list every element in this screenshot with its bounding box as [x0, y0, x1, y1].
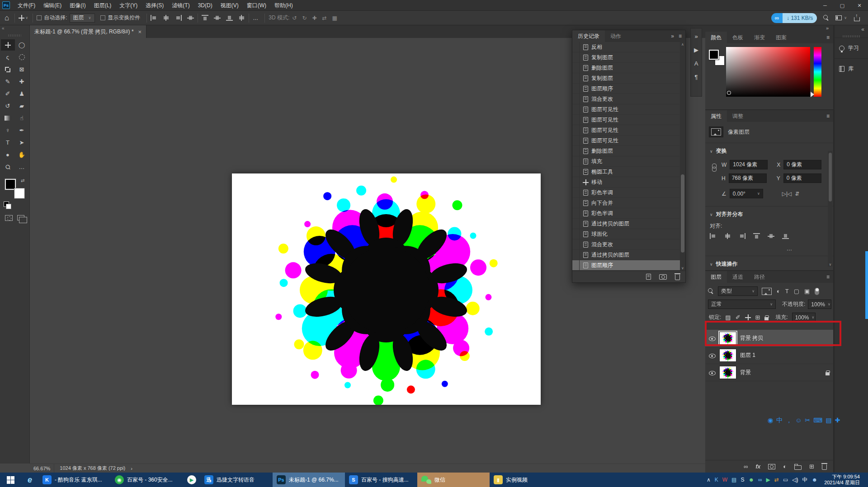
- x-field[interactable]: 0 像素: [783, 160, 821, 169]
- align-section-header[interactable]: ∨ 对齐并分布: [710, 211, 743, 218]
- align-l-icon[interactable]: [710, 233, 717, 239]
- properties-tab-0[interactable]: 属性: [705, 110, 727, 122]
- minimize-button[interactable]: ─: [816, 0, 834, 11]
- properties-tab-1[interactable]: 调整: [727, 110, 749, 122]
- default-colors-icon[interactable]: [4, 201, 13, 209]
- height-field[interactable]: 768 像素: [729, 173, 767, 183]
- sogou-tray[interactable]: S: [741, 477, 744, 483]
- frame-tool[interactable]: ⊠: [15, 64, 29, 75]
- type-filter-icon[interactable]: T: [785, 288, 789, 295]
- color-field-picker[interactable]: [727, 91, 731, 95]
- chevron-down-icon[interactable]: ∨: [25, 16, 28, 20]
- align-c-icon[interactable]: [163, 15, 170, 21]
- link-dimensions-icon[interactable]: [712, 164, 716, 172]
- history-source-column[interactable]: [572, 239, 580, 249]
- tencent-video-tray[interactable]: ▶: [766, 477, 770, 483]
- layer-filter-dropdown[interactable]: 类型∨: [718, 286, 758, 296]
- flip-horizontal-icon[interactable]: ▷|◁: [782, 191, 792, 197]
- history-state[interactable]: 删除图层: [572, 146, 685, 156]
- align-r-icon[interactable]: [175, 15, 182, 21]
- history-state[interactable]: 球面化: [572, 229, 685, 239]
- history-tab-0[interactable]: 历史记录: [572, 30, 605, 42]
- smart-object-filter-icon[interactable]: ▣: [804, 288, 810, 295]
- history-source-column[interactable]: [572, 42, 580, 52]
- ime-icon-5[interactable]: ⌨: [813, 417, 822, 425]
- scrollbar-thumb[interactable]: [681, 174, 684, 252]
- screen-mode-icon[interactable]: [17, 215, 24, 220]
- user-tray[interactable]: ☻: [811, 477, 817, 483]
- smudge-tool[interactable]: ☝: [15, 112, 29, 124]
- history-menu-icon[interactable]: ≡: [679, 33, 682, 39]
- blend-mode-dropdown[interactable]: 正常∨: [708, 300, 776, 309]
- hue-slider[interactable]: [814, 47, 821, 97]
- history-source-column[interactable]: [572, 250, 580, 260]
- history-expand-icon[interactable]: »: [671, 33, 674, 39]
- color-tab-0[interactable]: 颜色: [705, 32, 727, 43]
- ime-icon-3[interactable]: ☺: [795, 417, 802, 425]
- character-panel-icon[interactable]: A: [691, 56, 702, 70]
- document-canvas[interactable]: [232, 173, 541, 405]
- history-source-column[interactable]: [572, 115, 580, 125]
- dodge-tool[interactable]: ♀: [1, 125, 15, 136]
- chevron-down-icon[interactable]: ∨: [844, 16, 847, 20]
- taskbar-app-shili-video[interactable]: ▮实例视频: [490, 473, 562, 487]
- scrollbar-thumb[interactable]: [829, 153, 832, 201]
- properties-scrollbar[interactable]: ∨: [828, 151, 833, 267]
- type-tool[interactable]: T: [1, 137, 15, 148]
- sync-tray[interactable]: ⇄: [774, 477, 779, 483]
- new-layer-icon[interactable]: ⊞: [809, 463, 814, 470]
- history-state[interactable]: 图层可见性: [572, 115, 685, 125]
- 3d-mode-icon-0[interactable]: ↺: [292, 15, 297, 21]
- history-state[interactable]: 图层可见性: [572, 104, 685, 115]
- pc-manager-tray[interactable]: ▤: [731, 477, 736, 483]
- history-source-column[interactable]: [572, 260, 580, 270]
- menu-item[interactable]: 图层(L): [90, 0, 116, 11]
- filter-toggle[interactable]: [815, 288, 819, 295]
- taskbar-app-start[interactable]: [0, 473, 21, 487]
- elliptical-marquee-tool[interactable]: ◯: [15, 39, 29, 51]
- menu-item[interactable]: 文件(F): [14, 0, 39, 11]
- workspace-switcher-icon[interactable]: [835, 15, 842, 20]
- history-state[interactable]: 彩色半调: [572, 208, 685, 219]
- align-c-icon[interactable]: [238, 15, 245, 21]
- search-icon[interactable]: [823, 15, 829, 21]
- menu-item[interactable]: 3D(D): [194, 0, 217, 11]
- foreground-background-swatches[interactable]: [709, 50, 727, 68]
- history-source-column[interactable]: [572, 136, 580, 145]
- kugou-tray[interactable]: K: [715, 477, 718, 483]
- quick-mask-icon[interactable]: [5, 215, 13, 221]
- layer-thumbnail[interactable]: [719, 349, 736, 362]
- scroll-down-icon[interactable]: ∨: [680, 266, 685, 270]
- shape-filter-icon[interactable]: ▢: [794, 288, 799, 295]
- color-field[interactable]: [726, 47, 810, 97]
- adjustment-layer-icon[interactable]: ◐: [783, 463, 787, 470]
- history-state[interactable]: 混合更改: [572, 239, 685, 250]
- history-state[interactable]: 图层顺序: [572, 260, 685, 271]
- history-source-column[interactable]: [572, 73, 580, 83]
- clone-stamp-tool[interactable]: ♟: [15, 88, 29, 99]
- adjustment-filter-icon[interactable]: ◐: [777, 288, 780, 295]
- zoom-level-field[interactable]: 66.67%: [30, 464, 54, 473]
- transform-section-header[interactable]: ∨ 变换: [710, 147, 727, 155]
- lock-artboard-icon[interactable]: ⊞: [755, 314, 760, 321]
- edit-toolbar[interactable]: …: [15, 161, 29, 173]
- history-source-column[interactable]: [572, 146, 580, 156]
- dock-expand-icon[interactable]: »: [705, 25, 833, 32]
- scroll-down-icon[interactable]: ∨: [828, 262, 833, 267]
- toolbar-collapse-icon[interactable]: «: [0, 25, 29, 33]
- taskbar-app-sogou-browser[interactable]: S百家号 - 搜狗高速...: [345, 473, 417, 487]
- lock-transparent-icon[interactable]: ▨: [725, 314, 731, 321]
- pen-tool[interactable]: ✒: [15, 125, 29, 136]
- layer-visibility-icon[interactable]: [709, 370, 716, 375]
- history-state[interactable]: 反相: [572, 42, 685, 52]
- ime-mode-tray[interactable]: 中: [802, 476, 807, 484]
- history-source-column[interactable]: [572, 52, 580, 62]
- move-tool[interactable]: [1, 39, 15, 51]
- close-tab-icon[interactable]: ×: [138, 28, 142, 35]
- network-speed-badge[interactable]: ∞ ↓ 131 KB/s: [771, 13, 817, 23]
- paragraph-panel-icon[interactable]: ¶: [691, 70, 702, 84]
- link-layers-icon[interactable]: ∞: [744, 463, 748, 470]
- selection-brush-tool[interactable]: [15, 52, 29, 63]
- ime-icon-2[interactable]: ，: [786, 417, 792, 425]
- wps-tray[interactable]: W: [722, 477, 727, 483]
